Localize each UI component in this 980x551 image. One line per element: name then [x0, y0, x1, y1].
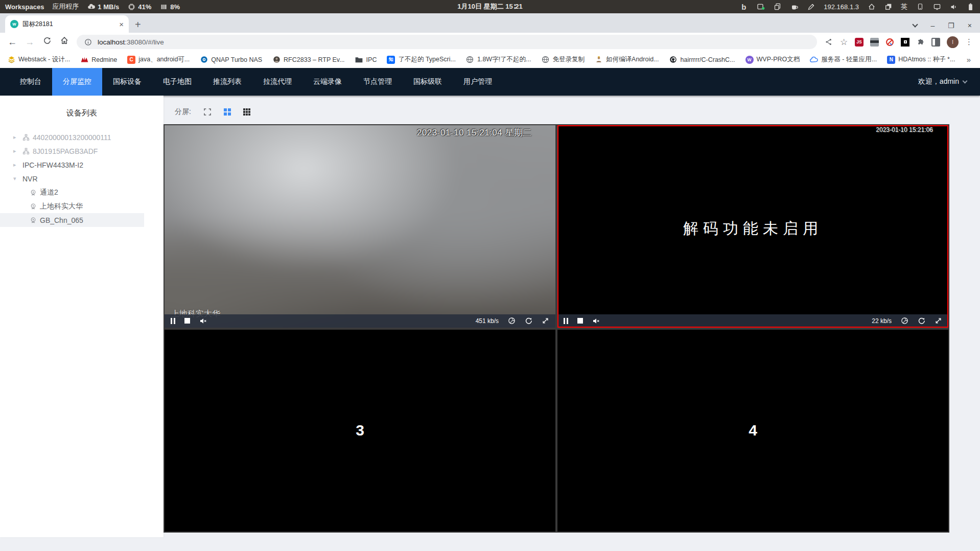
- tab-search-chevron-icon[interactable]: [913, 21, 918, 27]
- grid-3x3-icon[interactable]: [243, 108, 250, 116]
- nav-item-node-manage[interactable]: 节点管理: [353, 68, 403, 96]
- refresh-icon[interactable]: [525, 317, 532, 325]
- profile-avatar[interactable]: I: [947, 36, 959, 48]
- url-bar[interactable]: localhost:38080/#/live: [77, 35, 817, 49]
- nav-item-user-manage[interactable]: 用户管理: [453, 68, 503, 96]
- tree-node-device[interactable]: ▸ IPC-HFW4433M-I2: [0, 158, 164, 172]
- display-tray-icon[interactable]: [932, 3, 941, 11]
- video-cell-2[interactable]: 2023-01-10 15:21:06 解码功能未启用 22 kb/s: [557, 125, 948, 328]
- applications-menu[interactable]: 应用程序: [52, 2, 79, 11]
- video-cell-4[interactable]: 4: [557, 330, 948, 532]
- nav-item-split-monitor[interactable]: 分屏监控: [52, 68, 102, 96]
- settings-shutter-icon[interactable]: [508, 317, 516, 325]
- window-stack-tray-icon[interactable]: [884, 3, 893, 11]
- caret-right-icon[interactable]: ▸: [13, 134, 19, 141]
- grid-2x2-icon[interactable]: [224, 108, 231, 116]
- side-panel-icon[interactable]: [931, 38, 940, 47]
- browser-tab[interactable]: w 国标28181 ×: [5, 15, 129, 33]
- bookmarks-overflow-chevron[interactable]: »: [967, 55, 973, 64]
- bookmark-item[interactable]: Webstack - 设计...: [7, 55, 70, 64]
- bing-tray-icon[interactable]: b: [739, 3, 748, 11]
- refresh-icon[interactable]: [918, 317, 925, 325]
- caret-down-icon[interactable]: ▾: [13, 175, 19, 182]
- screenshot-tray-icon[interactable]: [756, 3, 765, 11]
- caret-right-icon[interactable]: ▸: [13, 148, 19, 154]
- home-button[interactable]: [59, 36, 69, 48]
- clipboard-tray-icon[interactable]: [773, 3, 782, 11]
- browser-address-bar: ← → localhost:38080/#/live ☆ JS: [0, 33, 980, 51]
- pause-icon[interactable]: [171, 318, 175, 324]
- input-method-indicator[interactable]: 英: [901, 2, 907, 11]
- ip-address-indicator[interactable]: 192.168.1.3: [824, 3, 859, 11]
- tree-node-label: GB_Chn_065: [40, 216, 83, 224]
- bookmark-item[interactable]: N HDAtmos :: 种子 *...: [887, 55, 955, 64]
- bookmark-star-icon[interactable]: ☆: [839, 38, 848, 47]
- video-cell-3[interactable]: 3: [165, 330, 555, 532]
- share-icon[interactable]: [824, 38, 833, 47]
- nav-item-cloud-record[interactable]: 云端录像: [302, 68, 353, 96]
- battery-tray-icon[interactable]: [966, 3, 975, 11]
- window-close-button[interactable]: ×: [968, 21, 972, 30]
- nav-item-push-list[interactable]: 推流列表: [202, 68, 252, 96]
- volume-muted-icon[interactable]: [592, 317, 600, 325]
- back-button[interactable]: ←: [7, 37, 17, 48]
- site-info-icon[interactable]: [84, 38, 92, 47]
- bookmark-item[interactable]: 1.8W字!了不起的...: [466, 55, 531, 64]
- user-menu[interactable]: 欢迎，admin: [918, 68, 967, 96]
- window-maximize-button[interactable]: ❐: [948, 21, 954, 30]
- tree-node-channel-selected[interactable]: GB_Chn_065: [0, 213, 144, 227]
- osd-timestamp: 2023-01-10 15:21:04 星期二: [417, 127, 532, 139]
- home-tray-icon[interactable]: [867, 3, 876, 11]
- expand-icon[interactable]: [542, 317, 549, 325]
- nav-item-gb-cascade[interactable]: 国标级联: [403, 68, 453, 96]
- coffee-tray-icon[interactable]: [790, 3, 799, 11]
- forward-button[interactable]: →: [25, 37, 35, 48]
- nav-item-map[interactable]: 电子地图: [152, 68, 202, 96]
- bookmark-item[interactable]: 如何编译Android...: [595, 55, 659, 64]
- stop-icon[interactable]: [184, 318, 190, 324]
- bookmark-label: HDAtmos :: 种子 *...: [898, 55, 955, 64]
- reload-button[interactable]: [42, 36, 52, 48]
- fullscreen-icon[interactable]: [203, 108, 212, 116]
- expand-icon[interactable]: [935, 317, 942, 325]
- bookmark-item[interactable]: W WVP-PRO文档: [745, 55, 800, 64]
- window-minimize-button[interactable]: –: [930, 21, 935, 30]
- extension-adblock-icon[interactable]: [885, 38, 894, 47]
- bookmark-item[interactable]: 知 了不起的 TypeScri...: [387, 55, 456, 64]
- pause-icon[interactable]: [564, 318, 568, 324]
- tree-node-channel[interactable]: 通道2: [0, 186, 164, 199]
- tablet-tray-icon[interactable]: [916, 3, 924, 11]
- video-cell-1[interactable]: 2023-01-10 15:21:04 星期二 上地科实大华 451 kb/s: [165, 125, 555, 328]
- extension-tampermonkey-icon[interactable]: [870, 38, 879, 47]
- bookmark-item[interactable]: hairrrrr/C-CrashC...: [669, 56, 735, 64]
- tree-node-channel[interactable]: 上地科实大华: [0, 199, 164, 213]
- system-clock[interactable]: 1月10日 星期二 15∶21: [457, 2, 522, 11]
- tab-close-icon[interactable]: ×: [119, 20, 124, 28]
- extension-square-icon[interactable]: [901, 38, 909, 47]
- caret-right-icon[interactable]: ▸: [13, 162, 19, 168]
- bookmark-item[interactable]: C java、android可...: [127, 55, 190, 64]
- extensions-puzzle-icon[interactable]: [916, 38, 925, 47]
- nav-item-gb-devices[interactable]: 国标设备: [102, 68, 152, 96]
- bookmark-item[interactable]: RFC2833 – RTP Ev...: [272, 56, 345, 64]
- volume-tray-icon[interactable]: [949, 3, 958, 11]
- qnap-icon: [200, 56, 208, 64]
- settings-shutter-icon[interactable]: [901, 317, 908, 325]
- tree-node-device[interactable]: ▾ NVR: [0, 172, 164, 186]
- nav-item-pull-proxy[interactable]: 拉流代理: [252, 68, 302, 96]
- bookmark-item[interactable]: 免登录复制: [542, 55, 585, 64]
- tree-node-device[interactable]: ▸ 8J01915PAGB3ADF: [0, 144, 164, 158]
- workspaces-button[interactable]: Workspaces: [5, 3, 44, 11]
- nav-item-console[interactable]: 控制台: [9, 68, 52, 96]
- extension-js-icon[interactable]: JS: [855, 38, 864, 47]
- stop-icon[interactable]: [577, 318, 583, 324]
- color-picker-tray-icon[interactable]: [807, 3, 815, 11]
- browser-menu-icon[interactable]: ⋮: [965, 37, 973, 47]
- bookmark-item[interactable]: 服务器 - 轻量应用...: [810, 55, 877, 64]
- bookmark-item[interactable]: Redmine: [80, 56, 117, 64]
- new-tab-button[interactable]: +: [135, 19, 141, 30]
- volume-muted-icon[interactable]: [199, 317, 207, 325]
- tree-node-device[interactable]: ▸ 44020000013200000111: [0, 130, 164, 144]
- bookmark-item[interactable]: IPC: [355, 56, 377, 64]
- bookmark-item[interactable]: QNAP Turbo NAS: [200, 56, 262, 64]
